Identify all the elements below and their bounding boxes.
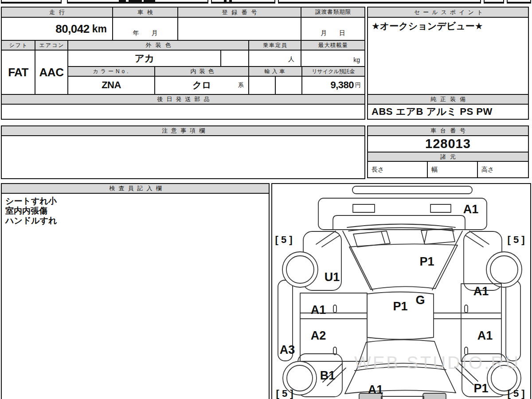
inspector-block: 検査員記入欄 シートすれ小 室内内張傷 ハンドルすれ — [1, 183, 270, 399]
sales-point-content: ★オークションデビュー★ — [368, 18, 528, 94]
front-left-lamp — [353, 204, 375, 212]
damage-mark: A1 — [311, 303, 326, 317]
sales-point-text: ★オークションデビュー★ — [368, 18, 487, 35]
damage-mark: P1 — [419, 255, 434, 268]
damage-mark: U1 — [325, 270, 340, 284]
import-cell-1 — [249, 77, 276, 94]
transfer-deadline-header: 譲渡書類期限 — [301, 8, 364, 17]
registration-value — [178, 18, 301, 40]
recycle-value: 9,380 — [330, 79, 354, 91]
interior-color-header: 内装色 — [155, 67, 248, 76]
damage-mark: [ 5 ] — [276, 388, 293, 399]
damage-mark: A1 — [368, 383, 383, 396]
damage-mark: B1 — [320, 369, 336, 382]
rear-bumper-center — [381, 396, 424, 399]
damage-mark: A1 — [473, 285, 489, 298]
damage-mark: G — [415, 293, 425, 307]
notes-block: 注意事項欄 — [1, 125, 365, 179]
inspection-header: 車検 — [113, 8, 178, 17]
capacity-value: 人 — [249, 51, 301, 66]
shift-header: シフト — [2, 41, 35, 50]
shift-value: FAT — [2, 51, 35, 94]
spec-length: 長さ — [368, 162, 428, 177]
inspector-header: 検査員記入欄 — [2, 184, 269, 193]
damage-diagram-block: WEB STUDIO.RU A1[ 5 ][ 5 ]P1U1A1GP1A1A2A… — [271, 183, 531, 399]
watermark: WEB STUDIO.RU — [354, 353, 520, 372]
registration-header: 登録番号 — [178, 8, 301, 17]
front-left-wheel — [282, 252, 318, 287]
sales-point-header: セールスポイント — [368, 8, 528, 17]
later-parts-header: 後日発送部品 — [2, 95, 364, 104]
spec-height: 高さ — [478, 162, 528, 177]
inspector-line: ハンドルすれ — [5, 216, 265, 226]
spec-width: 幅 — [428, 162, 478, 177]
equipment-value: ABS エアB アルミ PS PW — [368, 105, 528, 119]
later-parts-value — [2, 105, 364, 119]
front-bumper-strip — [352, 186, 472, 194]
color-no-header: カラーNo. — [68, 67, 155, 76]
interior-color-suffix: 系 — [238, 81, 244, 89]
recycle-unit: 円 — [355, 81, 361, 89]
specs-header: 諸元 — [368, 153, 528, 161]
interior-color-cell: クロ 系 — [155, 77, 248, 94]
mileage-number: 80,042 — [55, 22, 90, 36]
right-rocker-panel — [506, 280, 520, 361]
exterior-color-extra-cell — [221, 51, 248, 66]
exterior-color-header: 外装色 — [68, 41, 249, 50]
front-panel — [318, 198, 487, 230]
damage-mark: P1 — [473, 382, 488, 395]
damage-mark: [ 5 ] — [507, 234, 524, 245]
transfer-value: 月 日 — [301, 18, 364, 40]
damage-mark: [ 5 ] — [507, 388, 524, 399]
exterior-color-value: アカ — [68, 51, 221, 66]
payload-header: 最大積載量 — [301, 41, 364, 50]
damage-mark: A1 — [463, 203, 479, 216]
chassis-header: 車台番号 — [368, 126, 528, 135]
front-right-wheel — [486, 252, 522, 287]
damage-mark: A1 — [477, 329, 493, 342]
sales-point-block: セールスポイント ★オークションデビュー★ 純正装備 ABS エアB アルミ P… — [367, 7, 529, 120]
notes-header: 注意事項欄 — [2, 126, 364, 135]
color-no-value: ZNA — [68, 77, 155, 94]
mileage-header: 走行 — [2, 8, 113, 17]
recycle-value-cell: 9,380 円 — [302, 77, 364, 94]
auction-sheet: { "colors": { "header_bg": "#d9d9d9", "b… — [0, 0, 532, 399]
chassis-value: 128013 — [368, 136, 528, 152]
damage-mark: P1 — [393, 300, 407, 313]
chassis-specs-block: 車台番号 128013 諸元 長さ 幅 高さ — [367, 125, 529, 178]
aircon-header: エアコン — [35, 41, 68, 50]
mileage-unit: km — [92, 23, 107, 35]
import-cell-2 — [276, 77, 302, 94]
damage-mark: A2 — [311, 329, 326, 342]
mileage-value: 80,042 km — [2, 18, 113, 40]
left-front-door-handle — [333, 305, 336, 313]
right-front-door-handle — [465, 305, 468, 313]
inspector-line: 室内内張傷 — [5, 206, 265, 216]
recycle-header: リサイクル預託金 — [302, 67, 364, 76]
damage-mark: [ 5 ] — [275, 234, 292, 245]
rear-bumper-right-pad — [423, 393, 446, 399]
windshield — [349, 244, 458, 289]
inspection-value: 年 月 — [113, 18, 178, 40]
vehicle-info-table: 走行 車検 登録番号 譲渡書類期限 80,042 km 年 月 月 日 シフト … — [1, 7, 365, 120]
payload-value: kg — [301, 51, 364, 66]
equipment-header: 純正装備 — [368, 95, 528, 104]
interior-color-value: クロ — [192, 79, 211, 91]
aircon-value: AAC — [35, 51, 68, 94]
damage-mark: A3 — [280, 343, 295, 356]
import-header: 輸入車 — [249, 67, 302, 76]
car-diagram-svg: WEB STUDIO.RU A1[ 5 ][ 5 ]P1U1A1GP1A1A2A… — [272, 184, 530, 399]
capacity-header: 乗車定員 — [249, 41, 301, 50]
inspector-line: シートすれ小 — [5, 196, 265, 206]
notes-content — [2, 136, 364, 178]
front-right-lamp — [430, 204, 451, 212]
